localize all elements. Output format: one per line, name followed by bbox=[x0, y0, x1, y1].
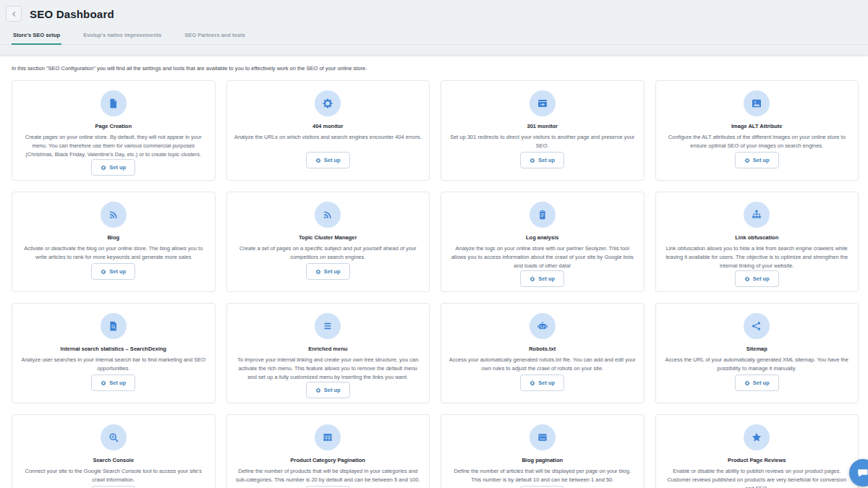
card-description: Enable or disable the ability to publish… bbox=[663, 467, 851, 488]
card-product-category-pagination: Product Category Pagination Define the n… bbox=[226, 414, 430, 488]
setup-button[interactable]: Set up bbox=[91, 374, 135, 391]
feature-icon-circle bbox=[101, 202, 127, 228]
card-search-console: Search Console Connect your site to the … bbox=[12, 414, 216, 488]
feature-icon-circle bbox=[101, 424, 127, 450]
card-internal-search-statistics-searchdexing: Internal search statistics – SearchDexin… bbox=[12, 303, 216, 403]
content-panel: In this section "SEO Configuration" you … bbox=[0, 56, 868, 488]
feature-icon-circle bbox=[529, 202, 556, 228]
tab-bar: Store's SEO setupEvolup's native improve… bbox=[0, 25, 868, 45]
setup-button[interactable]: Set up bbox=[735, 270, 779, 287]
setup-button[interactable]: Set up bbox=[306, 263, 350, 280]
page-header: SEO Dashboard bbox=[0, 0, 868, 25]
card-description: Define the number of articles that will … bbox=[448, 467, 637, 484]
chat-bubble-icon bbox=[856, 466, 868, 479]
rss-icon bbox=[322, 209, 333, 221]
chevron-left-icon bbox=[10, 10, 18, 18]
card-description: Create pages on your online store. By de… bbox=[20, 133, 208, 159]
card-link-obfuscation: Link obfuscation Link obfuscation allows… bbox=[655, 192, 859, 292]
card-topic-cluster-manager: Topic Cluster Manager Create a set of pa… bbox=[226, 192, 430, 292]
feature-icon-circle bbox=[529, 424, 556, 450]
card-description: To improve your internal linking and cre… bbox=[234, 356, 422, 382]
feature-icon-circle bbox=[744, 313, 770, 339]
robot-icon bbox=[537, 320, 548, 332]
tab-store-s-seo-setup[interactable]: Store's SEO setup bbox=[12, 29, 61, 45]
gear-icon bbox=[529, 276, 535, 282]
setup-button[interactable]: Set up bbox=[91, 263, 135, 280]
card-log-analysis: Log analysis Analyze the logs on your on… bbox=[441, 192, 644, 292]
card-description: Set up 301 redirects to direct your visi… bbox=[448, 133, 637, 150]
back-button[interactable] bbox=[6, 6, 22, 22]
card-description: Configure the ALT attributes of the diff… bbox=[663, 133, 851, 150]
card-description: Analyze the URLs on which visitors and s… bbox=[234, 133, 421, 142]
gear-icon bbox=[529, 380, 535, 386]
card-page-creation: Page Creation Create pages on your onlin… bbox=[12, 80, 216, 181]
gear-icon bbox=[315, 388, 321, 393]
gear-icon bbox=[101, 165, 106, 171]
card-robots-txt: Robots.txt Access your automatically gen… bbox=[441, 303, 644, 403]
setup-button[interactable]: Set up bbox=[735, 374, 779, 391]
star-icon bbox=[751, 432, 762, 443]
card-description: Create a set of pages on a specific subj… bbox=[234, 244, 422, 262]
feature-icon-circle bbox=[315, 313, 341, 339]
card-description: Connect your site to the Google Search C… bbox=[20, 467, 208, 484]
gear-icon bbox=[315, 158, 321, 163]
page-title: SEO Dashboard bbox=[30, 8, 114, 20]
setup-button[interactable]: Set up bbox=[91, 159, 135, 176]
setup-button[interactable]: Set up bbox=[735, 152, 779, 168]
card-title: Image ALT Attribute bbox=[731, 123, 783, 129]
feature-icon-circle bbox=[529, 313, 556, 339]
setup-button[interactable]: Set up bbox=[306, 152, 350, 168]
card-image-alt-attribute: Image ALT Attribute Configure the ALT at… bbox=[655, 80, 859, 181]
card-title: Log analysis bbox=[526, 234, 558, 241]
card-title: 301 monitor bbox=[527, 123, 558, 129]
card-title: Internal search statistics – SearchDexin… bbox=[61, 346, 166, 352]
card-title: Blog pagination bbox=[522, 457, 563, 463]
clipboard-icon bbox=[537, 209, 548, 221]
card-404-monitor: 404 monitor Analyze the URLs on which vi… bbox=[226, 80, 430, 181]
search-plus-icon bbox=[108, 432, 119, 443]
card-description: Link obfuscation allows you to hide a li… bbox=[663, 244, 851, 270]
card-title: Robots.txt bbox=[529, 346, 556, 352]
feature-icon-circle bbox=[529, 90, 556, 116]
image-icon bbox=[751, 98, 762, 109]
grid-icon bbox=[322, 432, 333, 443]
card-title: Search Console bbox=[93, 457, 134, 463]
feature-icon-circle bbox=[744, 202, 770, 228]
card-description: Access the URL of your automatically gen… bbox=[663, 356, 851, 373]
feature-icon-circle bbox=[101, 90, 127, 116]
feature-icon-circle bbox=[744, 90, 770, 116]
card-title: Link obfuscation bbox=[735, 234, 778, 241]
feature-icon-circle bbox=[315, 202, 341, 228]
card-description: Activate or deactivate the blog on your … bbox=[20, 244, 208, 262]
setup-button[interactable]: Set up bbox=[520, 270, 564, 287]
gear-icon bbox=[101, 269, 106, 275]
gear-icon bbox=[315, 269, 321, 275]
card-title: Page Creation bbox=[95, 123, 132, 129]
card-blog: Blog Activate or deactivate the blog on … bbox=[12, 192, 216, 292]
card-sitemap: Sitemap Access the URL of your automatic… bbox=[655, 303, 859, 403]
gear-icon bbox=[101, 380, 106, 386]
window-card-icon bbox=[537, 432, 548, 443]
card-description: Analyze the logs on your online store wi… bbox=[448, 244, 637, 270]
tab-evolup-s-native-improvements[interactable]: Evolup's native improvements bbox=[82, 29, 163, 45]
card-title: Product Page Reviews bbox=[728, 457, 786, 463]
file-icon bbox=[108, 98, 119, 109]
hierarchy-icon bbox=[751, 209, 762, 221]
window-redirect-icon bbox=[537, 98, 548, 109]
card-301-monitor: 301 monitor Set up 301 redirects to dire… bbox=[441, 80, 644, 181]
rss-icon bbox=[108, 209, 119, 221]
feature-icon-circle bbox=[315, 424, 341, 450]
card-title: Blog bbox=[107, 234, 119, 241]
card-title: Enriched menu bbox=[308, 346, 347, 352]
card-enriched-menu: Enriched menu To improve your internal l… bbox=[226, 303, 430, 403]
gear-icon bbox=[322, 98, 333, 109]
setup-button[interactable]: Set up bbox=[520, 374, 564, 391]
gear-icon bbox=[529, 158, 535, 163]
card-title: Sitemap bbox=[746, 346, 767, 352]
tab-seo-partners-and-tools[interactable]: SEO Partners and tools bbox=[183, 29, 247, 45]
setup-button[interactable]: Set up bbox=[520, 152, 564, 168]
gear-icon bbox=[744, 158, 750, 163]
feature-icon-circle bbox=[315, 90, 341, 116]
card-title: Product Category Pagination bbox=[291, 457, 365, 463]
setup-button[interactable]: Set up bbox=[306, 382, 350, 398]
